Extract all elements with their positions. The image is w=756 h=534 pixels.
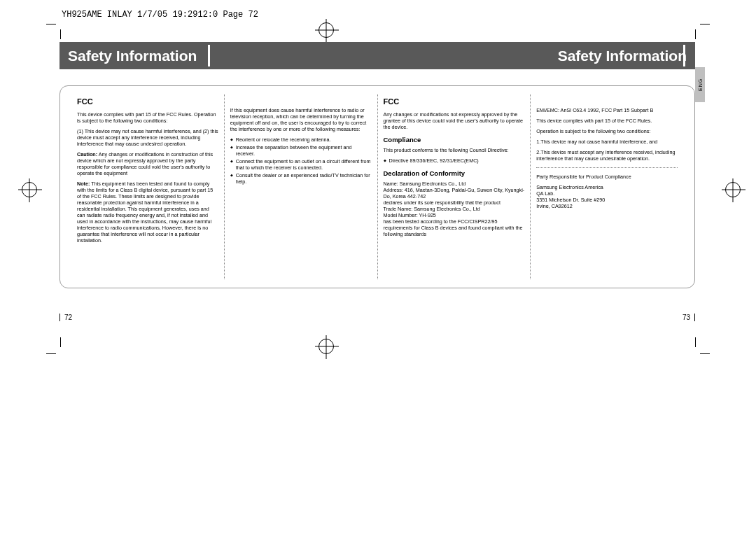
- column-4: EMI/EMC: AnSI C63.4 1992, FCC Part 15 Su…: [530, 94, 683, 279]
- body-text: 1.This device may not cause harmful inte…: [536, 139, 678, 145]
- registration-mark-top: [318, 22, 334, 38]
- list-item: Consult the dealer or an experienced rad…: [230, 172, 372, 185]
- list-item: Connect the equipment to an outlet on a …: [230, 158, 372, 171]
- column-3: FCC Any changes or modifications not exp…: [377, 94, 531, 279]
- body-text: 2.This device must accept any interferen…: [536, 149, 678, 162]
- crop-mark: [695, 29, 696, 39]
- registration-mark-right: [725, 182, 741, 197]
- page-number-left: 72: [59, 314, 72, 321]
- body-text: This device complies with part 15 of the…: [536, 118, 678, 124]
- fcc-heading-right: FCC: [384, 97, 525, 107]
- crop-mark: [700, 353, 710, 354]
- body-text: If this equipment does cause harmful int…: [230, 107, 372, 132]
- registration-mark-bottom: [318, 339, 334, 354]
- page-spread: Safety Information Safety Information FC…: [59, 42, 695, 329]
- header-title-right: Safety Information: [377, 42, 695, 69]
- body-text: This device complies with part 15 of the…: [77, 111, 218, 124]
- compliance-heading: Compliance: [384, 136, 525, 144]
- column-2: If this equipment does cause harmful int…: [224, 94, 377, 279]
- print-metadata: YH925AME INLAY 1/7/05 19:2912:0 Page 72: [62, 10, 258, 20]
- crop-mark: [60, 337, 61, 347]
- body-text: Samsung Electronics America QA Lab. 3351…: [536, 184, 678, 209]
- body-text: Caution: Any changes or modifications in…: [77, 151, 218, 176]
- list-item: Increase the separation between the equi…: [230, 144, 372, 157]
- body-text: Operation is subject to the following tw…: [536, 128, 678, 134]
- crop-mark: [46, 24, 56, 24]
- crop-mark: [700, 24, 710, 24]
- body-text: Name: Samsung Electronics Co., Ltd Addre…: [384, 181, 525, 237]
- directive-list: Directive 89/336/EEC, 92/31/EEC(EMC): [384, 157, 525, 164]
- banner-divider-icon: [683, 45, 685, 66]
- body-text: Any changes or modifications not express…: [384, 111, 525, 130]
- crop-mark: [60, 29, 61, 39]
- language-tab: ENG: [695, 67, 705, 102]
- body-text: (1) This device may not cause harmful in…: [77, 128, 218, 147]
- list-item: Reorient or relocate the receiving anten…: [230, 136, 372, 143]
- list-item: Directive 89/336/EEC, 92/31/EEC(EMC): [384, 157, 525, 164]
- body-text: This product conforms to the following C…: [384, 147, 525, 153]
- declaration-heading: Declaration of Conformity: [384, 169, 525, 178]
- page-number-right: 73: [682, 314, 695, 321]
- content-frame: FCC This device complies with part 15 of…: [59, 85, 695, 288]
- body-text: Note: This equipment has been tested and…: [77, 181, 218, 244]
- header-title-left: Safety Information: [59, 42, 377, 69]
- body-text: EMI/EMC: AnSI C63.4 1992, FCC Part 15 Su…: [536, 107, 678, 113]
- crop-mark: [46, 353, 56, 354]
- banner-divider-icon: [208, 45, 210, 66]
- column-1: FCC This device complies with part 15 of…: [71, 94, 224, 279]
- header-banner: Safety Information Safety Information: [59, 42, 695, 69]
- crop-mark: [695, 337, 696, 347]
- measures-list: Reorient or relocate the receiving anten…: [230, 136, 372, 185]
- body-text: Party Responsible for Product Compliance: [536, 174, 678, 180]
- registration-mark-left: [22, 182, 37, 197]
- text-columns: FCC This device complies with part 15 of…: [71, 94, 683, 279]
- fcc-heading-left: FCC: [77, 97, 218, 107]
